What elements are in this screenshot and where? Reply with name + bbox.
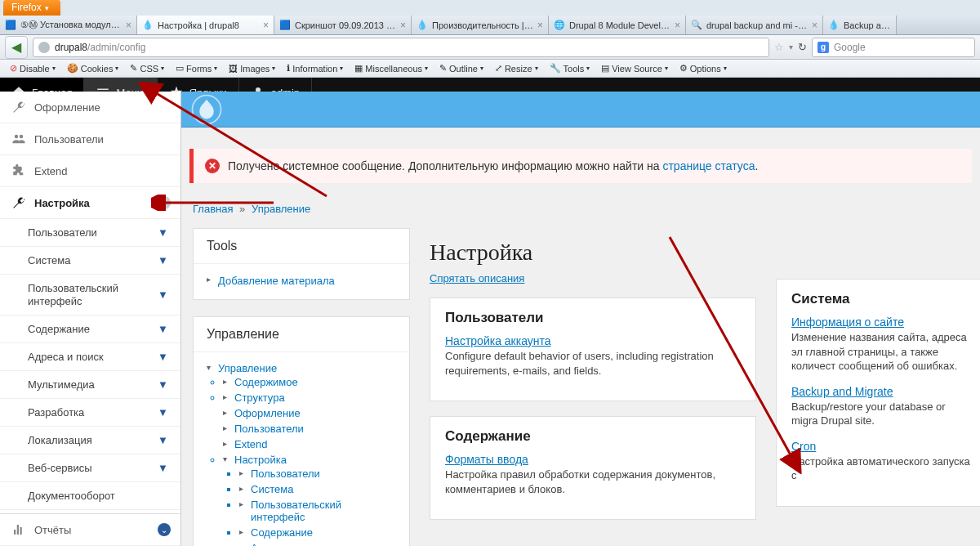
sidebar-config-system[interactable]: Система▼ <box>0 247 180 275</box>
account-settings-link[interactable]: Настройка аккаунта <box>445 334 741 347</box>
add-content-link[interactable]: Добавление материала <box>207 272 396 289</box>
category-title: Пользователи <box>445 310 741 326</box>
sidebar-config-workflow[interactable]: Документооборот <box>0 482 180 510</box>
backup-migrate-link[interactable]: Backup and Migrate <box>791 385 970 398</box>
close-icon[interactable]: × <box>400 20 406 31</box>
sidebar-config-regional[interactable]: Локализация▼ <box>0 427 180 454</box>
browser-tab[interactable]: 🌐Drupal 8 Module Developme...× <box>549 16 686 34</box>
back-button[interactable]: ◀ <box>5 36 28 59</box>
devtool-tools[interactable]: 🔧Tools▾ <box>545 61 595 75</box>
category-desc: Backup/restore your database or migra Dr… <box>791 400 970 428</box>
category-title: Содержание <box>445 428 741 445</box>
chevron-down-icon[interactable]: ▼ <box>158 351 171 364</box>
devtool-viewsource[interactable]: ▤View Source▾ <box>596 61 673 75</box>
tree-item[interactable]: Пользовательский интерфейс <box>239 497 396 525</box>
search-box[interactable]: g Google <box>812 38 975 57</box>
chevron-down-icon[interactable]: ▼ <box>158 378 171 392</box>
collapse-icon[interactable]: ⌃ <box>158 196 171 209</box>
favicon-icon: 🌐 <box>554 20 565 31</box>
dropdown-icon[interactable]: ▾ <box>789 43 793 51</box>
sidebar-config-people[interactable]: Пользователи▼ <box>0 219 180 247</box>
browser-tab[interactable]: 🟦⑤Ⓜ Установка модулей н...× <box>0 16 137 34</box>
chevron-down-icon[interactable]: ▼ <box>158 434 171 447</box>
browser-tab[interactable]: 💧Производительность | dru...× <box>412 16 549 34</box>
sidebar-config-content[interactable]: Содержание▼ <box>0 316 180 343</box>
alert-text: Получено системное сообщение. Дополнител… <box>228 159 758 172</box>
tree-item[interactable]: Содержание <box>239 525 396 540</box>
breadcrumb-sep: » <box>239 203 245 215</box>
tab-title: Производительность | dru... <box>432 20 534 30</box>
sidebar-label: Мультимедиа <box>28 378 95 391</box>
close-icon[interactable]: × <box>126 20 131 31</box>
tab-title: Drupal 8 Module Developme... <box>569 20 671 30</box>
category-content: Содержание Форматы ввода Настройка прави… <box>430 416 756 520</box>
tree-item[interactable]: Система <box>239 481 396 497</box>
devtool-misc[interactable]: ▦Miscellaneous▾ <box>350 61 433 75</box>
tools-block: Tools Добавление материала <box>193 228 410 300</box>
sidebar-config-search[interactable]: Адреса и поиск▼ <box>0 343 180 371</box>
devtool-css[interactable]: ✎CSS▾ <box>125 61 169 75</box>
sidebar-config-media[interactable]: Мультимедиа▼ <box>0 371 180 399</box>
sidebar-config-webservices[interactable]: Веб-сервисы▼ <box>0 454 180 482</box>
breadcrumb-home[interactable]: Главная <box>193 203 233 215</box>
expand-icon[interactable]: ⌄ <box>158 523 171 536</box>
devtool-disable[interactable]: ⊘Disable▾ <box>5 61 60 75</box>
chevron-down-icon[interactable]: ▼ <box>158 406 171 419</box>
devtool-resize[interactable]: ⤢Resize▾ <box>490 61 543 75</box>
browser-tab[interactable]: 💧Backup and <box>823 16 897 34</box>
tree-item[interactable]: Структура <box>223 390 396 405</box>
devtool-options[interactable]: ⚙Options▾ <box>675 61 732 75</box>
sidebar-reports[interactable]: Отчёты ⌄ <box>0 513 180 546</box>
close-icon[interactable]: × <box>537 20 543 31</box>
chevron-down-icon[interactable]: ▼ <box>158 254 171 267</box>
hide-descriptions-link[interactable]: Спрятать описания <box>430 272 756 284</box>
address-toolbar: ◀ drupal8/admin/config ☆ ▾ ↻ g Google <box>0 35 980 60</box>
sidebar-label: Оформление <box>34 101 100 114</box>
webdev-toolbar: ⊘Disable▾ 🍪Cookies▾ ✎CSS▾ ▭Forms▾ 🖼Image… <box>0 60 980 78</box>
tree-item[interactable]: Адреса и поиск <box>239 540 396 546</box>
chevron-down-icon[interactable]: ▼ <box>158 323 171 336</box>
breadcrumb-admin[interactable]: Управление <box>252 203 310 215</box>
tree-item[interactable]: Extend <box>223 436 396 452</box>
tree-config[interactable]: Настройка Пользователи Система Пользоват… <box>223 452 396 546</box>
address-bar[interactable]: drupal8/admin/config <box>33 38 769 57</box>
tree-item[interactable]: Пользователи <box>239 466 396 481</box>
category-title: Система <box>791 291 970 307</box>
reload-icon[interactable]: ↻ <box>798 41 807 53</box>
wrench-icon <box>11 100 26 114</box>
devtool-outline[interactable]: ✎Outline▾ <box>434 61 488 75</box>
browser-tab[interactable]: 💧Настройка | drupal8× <box>137 16 274 34</box>
firefox-menu-button[interactable]: Firefox <box>3 0 60 16</box>
chevron-down-icon[interactable]: ▼ <box>158 226 171 239</box>
devtool-information[interactable]: ℹInformation▾ <box>282 61 348 75</box>
close-icon[interactable]: × <box>812 20 817 31</box>
close-icon[interactable]: × <box>263 20 269 31</box>
tree-item[interactable]: Оформление <box>223 405 396 421</box>
devtool-cookies[interactable]: 🍪Cookies▾ <box>62 61 124 75</box>
sidebar-appearance[interactable]: Оформление <box>0 92 180 123</box>
category-system: Система Информация о сайте Изменение наз… <box>776 279 980 507</box>
sidebar-config-dev[interactable]: Разработка▼ <box>0 399 180 427</box>
tree-item[interactable]: Содержимое <box>223 374 396 390</box>
browser-tab[interactable]: 🟦Скриншот 09.09.2013 22:...× <box>274 16 412 34</box>
status-link[interactable]: странице статуса <box>662 159 755 172</box>
bookmark-icon[interactable]: ☆ <box>774 41 784 53</box>
devtool-forms[interactable]: ▭Forms▾ <box>171 61 222 75</box>
browser-tab[interactable]: 🔍drupal backup and mi - Пои...× <box>686 16 823 34</box>
sidebar-extend[interactable]: Extend <box>0 155 180 187</box>
sidebar-label: Документооборот <box>28 490 115 502</box>
site-info-link[interactable]: Информация о сайте <box>791 316 970 329</box>
drupal-icon: 💧 <box>416 20 428 31</box>
tree-item[interactable]: Пользователи <box>223 421 396 436</box>
chevron-down-icon[interactable]: ▼ <box>158 462 171 475</box>
close-icon[interactable]: × <box>675 20 680 31</box>
devtool-images[interactable]: 🖼Images▾ <box>224 62 280 75</box>
cron-link[interactable]: Cron <box>791 440 970 453</box>
tree-root[interactable]: Управление Содержимое Структура Оформлен… <box>207 360 396 546</box>
sidebar-config[interactable]: Настройка ⌃ <box>0 187 180 219</box>
admin-sidebar: Оформление Пользователи Extend Настройка… <box>0 92 181 546</box>
sidebar-config-ui[interactable]: Пользовательский интерфейс▼ <box>0 275 180 316</box>
chevron-down-icon[interactable]: ▼ <box>158 289 171 302</box>
text-formats-link[interactable]: Форматы ввода <box>445 453 741 466</box>
sidebar-people[interactable]: Пользователи <box>0 123 180 155</box>
